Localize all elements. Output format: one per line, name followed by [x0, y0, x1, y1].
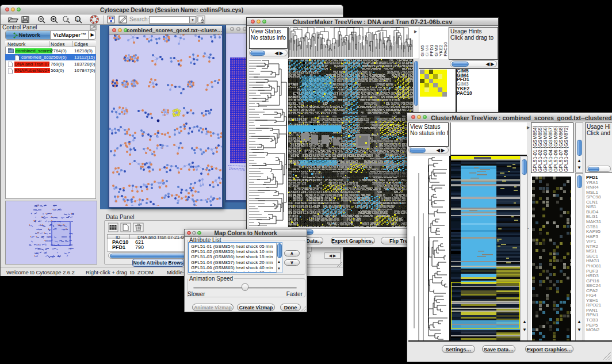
svg-text:1:1: 1:1 [76, 18, 81, 21]
svg-text:Search:: Search: [129, 16, 149, 22]
svg-text:GPL51-08 (GSM872): GPL51-08 (GSM872) [563, 126, 569, 172]
svg-text:PAC10: PAC10 [443, 42, 448, 56]
